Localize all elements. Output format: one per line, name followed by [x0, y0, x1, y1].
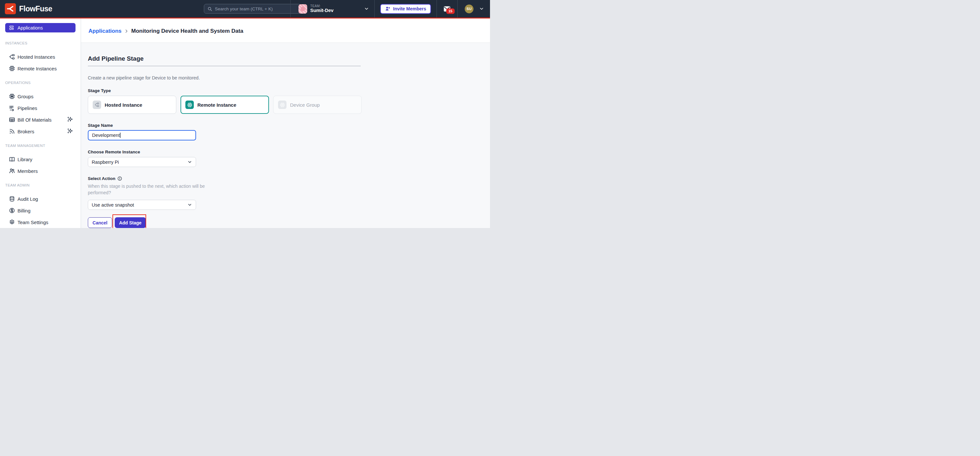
sidebar-item-brokers[interactable]: Brokers [9, 128, 81, 135]
stage-type-option-label: Remote Instance [197, 102, 236, 108]
sidebar-item-team-settings[interactable]: Team Settings [9, 218, 81, 226]
notifications-button[interactable]: 15 [437, 0, 457, 18]
chevron-down-icon [479, 6, 484, 11]
team-selector[interactable]: TEAM: Sumit-Dev [291, 0, 374, 18]
chevron-down-icon [187, 159, 192, 164]
hosted-instance-icon [93, 100, 101, 109]
device-group-icon [278, 100, 286, 109]
remote-instance-value: Raspberry Pi [92, 159, 119, 165]
sparkles-icon [67, 128, 73, 134]
sidebar-section-team-management: TEAM MANAGEMENT [5, 143, 75, 148]
team-name: Sumit-Dev [310, 8, 334, 13]
sidebar-item-label: Library [18, 157, 32, 162]
form-title: Add Pipeline Stage [88, 55, 490, 62]
search-input[interactable] [215, 6, 298, 11]
main-panel: Applications Monitoring Device Health an… [81, 19, 490, 228]
breadcrumb-applications-link[interactable]: Applications [89, 28, 121, 34]
breadcrumb: Applications Monitoring Device Health an… [89, 28, 243, 34]
sidebar-section-instances: INSTANCES [5, 41, 75, 45]
sidebar-item-label: Bill Of Materials [18, 117, 51, 123]
select-action-label-text: Select Action [88, 176, 115, 181]
table-icon [9, 116, 15, 123]
add-pipeline-stage-form: Add Pipeline Stage Create a new pipeline… [81, 43, 490, 228]
sidebar-item-remote-instances[interactable]: Remote Instances [9, 65, 81, 72]
form-actions: Cancel Add Stage [88, 217, 490, 228]
book-icon [9, 156, 15, 163]
form-description: Create a new pipeline stage for Device t… [88, 75, 490, 80]
sidebar-item-label: Applications [18, 25, 43, 30]
invite-members-label: Invite Members [393, 6, 426, 11]
stage-name-label: Stage Name [88, 123, 490, 128]
action-value: Use active snapshot [92, 202, 134, 207]
sidebar-item-bill-of-materials[interactable]: Bill Of Materials [9, 116, 81, 123]
page-title: Monitoring Device Health and System Data [131, 28, 243, 34]
notification-badge: 15 [446, 8, 455, 14]
brand-name: FlowFuse [19, 5, 52, 13]
flowfuse-app: FlowFuse TEAM: Sumit-Dev [0, 0, 490, 228]
brand[interactable]: FlowFuse [0, 3, 52, 14]
sidebar-item-label: Billing [18, 208, 30, 214]
stage-name-input[interactable]: Development [88, 130, 196, 140]
stage-type-remote-instance[interactable]: Remote Instance [180, 96, 269, 114]
stage-type-device-group: Device Group [273, 96, 362, 114]
stage-type-option-label: Hosted Instance [105, 102, 142, 108]
info-icon[interactable] [117, 176, 122, 181]
chevron-down-icon [187, 202, 192, 207]
sidebar-item-label: Team Settings [18, 220, 48, 225]
users-icon [9, 168, 15, 174]
stage-name-value: Development [92, 132, 119, 138]
sidebar-section-team-admin: TEAM ADMIN [5, 183, 75, 187]
sidebar-item-library[interactable]: Library [9, 156, 81, 163]
database-icon [9, 196, 15, 202]
sidebar-item-pipelines[interactable]: Pipelines [9, 104, 81, 112]
navbar-right: TEAM: Sumit-Dev Invite Members [290, 0, 490, 18]
sidebar-item-label: Brokers [18, 129, 34, 134]
sidebar-item-audit-log[interactable]: Audit Log [9, 195, 81, 202]
team-avatar [299, 4, 307, 14]
rss-icon [9, 128, 15, 135]
search-icon [207, 6, 212, 11]
sparkles-icon [67, 116, 73, 122]
flowfuse-logo-icon [5, 3, 16, 14]
sidebar-item-label: Audit Log [18, 196, 38, 202]
top-navbar: FlowFuse TEAM: Sumit-Dev [0, 0, 490, 19]
add-stage-button[interactable]: Add Stage [115, 217, 146, 228]
search-bar[interactable] [204, 4, 301, 14]
stage-type-label: Stage Type [88, 88, 490, 93]
chevron-down-icon [364, 6, 369, 11]
remote-instance-select[interactable]: Raspberry Pi [88, 157, 196, 167]
pipelines-icon [9, 105, 15, 111]
invite-members-button[interactable]: Invite Members [380, 4, 431, 14]
team-label: TEAM: [310, 4, 334, 8]
cpu-chip-icon [9, 65, 15, 72]
choose-remote-instance-label: Choose Remote Instance [88, 150, 490, 155]
remote-instance-icon [185, 100, 194, 109]
hosted-instance-icon [9, 54, 15, 60]
stage-type-hosted-instance[interactable]: Hosted Instance [88, 96, 176, 114]
sidebar-item-label: Remote Instances [18, 66, 57, 71]
user-avatar: SU [465, 5, 474, 13]
sidebar-item-hosted-instances[interactable]: Hosted Instances [9, 53, 81, 60]
stage-type-options: Hosted Instance Remote Instance [88, 96, 490, 114]
sidebar-item-label: Pipelines [18, 105, 37, 111]
text-cursor [120, 132, 121, 138]
sidebar-item-applications[interactable]: Applications [5, 23, 75, 32]
page-header: Applications Monitoring Device Health an… [81, 19, 490, 43]
invite-wrap: Invite Members [375, 0, 436, 18]
cancel-button[interactable]: Cancel [88, 217, 112, 228]
sidebar-item-label: Hosted Instances [18, 54, 55, 60]
user-menu[interactable]: SU [458, 0, 490, 18]
divider [88, 66, 361, 67]
currency-dollar-icon [9, 207, 15, 214]
sidebar-item-members[interactable]: Members [9, 167, 81, 174]
device-group-icon [9, 93, 15, 100]
sidebar-item-billing[interactable]: Billing [9, 207, 81, 214]
sidebar-item-label: Groups [18, 94, 33, 99]
sidebar-item-groups[interactable]: Groups [9, 93, 81, 100]
select-action-help: When this stage is pushed to the next, w… [88, 183, 215, 196]
gear-icon [9, 219, 15, 225]
stage-type-option-label: Device Group [290, 102, 320, 108]
sidebar-item-label: Members [18, 168, 38, 174]
applications-icon [9, 25, 14, 30]
action-select[interactable]: Use active snapshot [88, 200, 196, 210]
